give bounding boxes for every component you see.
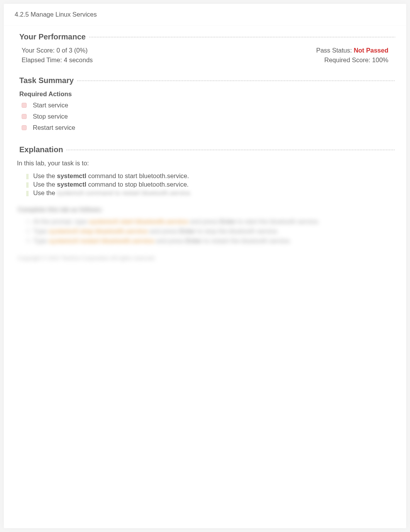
task-summary-heading: Task Summary <box>19 76 74 85</box>
explanation-intro: In this lab, your task is to: <box>15 160 395 167</box>
section-header: Task Summary <box>15 76 395 85</box>
pass-status-item: Pass Status: Not Passed <box>316 47 388 54</box>
section-header: Your Performance <box>15 32 395 41</box>
bullet-text: Use the systemctl command to stop blueto… <box>33 181 189 188</box>
bullet-item: Use the systemctl command to restart blu… <box>26 189 384 197</box>
status-fail-icon <box>22 114 27 119</box>
page-title: 4.2.5 Manage Linux Services <box>4 4 406 25</box>
explanation-heading: Explanation <box>19 145 63 154</box>
bullet-pre: Use the <box>33 181 57 188</box>
elapsed-item: Elapsed Time: 4 seconds <box>22 56 93 64</box>
bullet-item: Use the systemctl command to stop blueto… <box>26 181 384 188</box>
bullet-marker-icon <box>26 174 29 179</box>
bullet-post: command to stop bluetooth.service. <box>86 181 189 188</box>
status-fail-icon <box>22 103 27 108</box>
divider-dots <box>89 36 395 37</box>
pass-label: Pass Status: <box>316 47 352 54</box>
score-label: Your Score: <box>22 47 55 54</box>
bullet-item: Use the systemctl command to start bluet… <box>26 172 384 180</box>
blur-step: 1. At the prompt, type systemctl start b… <box>26 218 384 226</box>
blur-step-num: 3. <box>26 237 33 246</box>
bullet-list: Use the systemctl command to start bluet… <box>15 172 395 197</box>
divider-dots <box>66 149 395 150</box>
required-score-item: Required Score: 100% <box>324 56 388 64</box>
bullet-pre: Use the <box>33 189 57 196</box>
blur-subheading: Complete this lab as follows: <box>18 206 384 213</box>
required-value: 100% <box>372 56 388 63</box>
blur-step: 3. Type systemctl restart bluetooth.serv… <box>26 237 384 246</box>
blurred-inline: systemctl command to restart bluetooth.s… <box>57 189 191 196</box>
status-fail-icon <box>22 125 27 130</box>
action-text: Stop service <box>33 113 68 120</box>
bullet-text: Use the systemctl command to start bluet… <box>33 172 189 180</box>
blur-step: 2. Type systemctl stop bluetooth.service… <box>26 228 384 236</box>
section-header: Explanation <box>15 145 395 154</box>
action-item: Stop service <box>15 113 395 120</box>
action-item: Start service <box>15 102 395 109</box>
elapsed-value: 4 seconds <box>64 56 93 63</box>
action-text: Start service <box>33 102 68 109</box>
bullet-bold: systemctl <box>57 172 86 179</box>
bullet-bold: systemctl <box>57 181 86 188</box>
performance-section: Your Performance Your Score: 0 of 3 (0%)… <box>4 25 406 69</box>
explanation-section: Explanation In this lab, your task is to… <box>4 138 406 264</box>
performance-heading: Your Performance <box>19 32 86 41</box>
divider-dots <box>77 80 395 81</box>
bullet-text: Use the systemctl command to restart blu… <box>33 189 192 197</box>
pass-value: Not Passed <box>354 47 388 54</box>
perf-row-1: Your Score: 0 of 3 (0%) Pass Status: Not… <box>15 47 395 54</box>
blur-copyright: Copyright © 2022 TestOut Corporation All… <box>18 255 384 261</box>
bullet-marker-icon <box>26 182 29 188</box>
action-text: Restart service <box>33 124 75 131</box>
blurred-content: Complete this lab as follows: 1. At the … <box>15 198 395 261</box>
bullet-pre: Use the <box>33 172 57 179</box>
required-actions-label: Required Actions <box>15 90 395 98</box>
blur-step-num: 2. <box>26 228 33 236</box>
score-value: 0 of 3 (0%) <box>56 47 88 54</box>
blur-step-text: Type systemctl restart bluetooth.service… <box>33 237 291 245</box>
perf-row-2: Elapsed Time: 4 seconds Required Score: … <box>15 56 395 64</box>
bullet-post: command to start bluetooth.service. <box>86 172 189 179</box>
action-item: Restart service <box>15 124 395 131</box>
report-page: 4.2.5 Manage Linux Services Your Perform… <box>4 4 406 528</box>
bullet-marker-icon <box>26 191 29 196</box>
blur-step-text: At the prompt, type systemctl start blue… <box>33 218 320 225</box>
task-summary-section: Task Summary Required Actions Start serv… <box>4 69 406 138</box>
elapsed-label: Elapsed Time: <box>22 56 62 63</box>
blur-step-num: 1. <box>26 218 33 226</box>
required-label: Required Score: <box>324 56 370 63</box>
blur-step-text: Type systemctl stop bluetooth.service an… <box>33 228 279 235</box>
score-item: Your Score: 0 of 3 (0%) <box>22 47 88 54</box>
